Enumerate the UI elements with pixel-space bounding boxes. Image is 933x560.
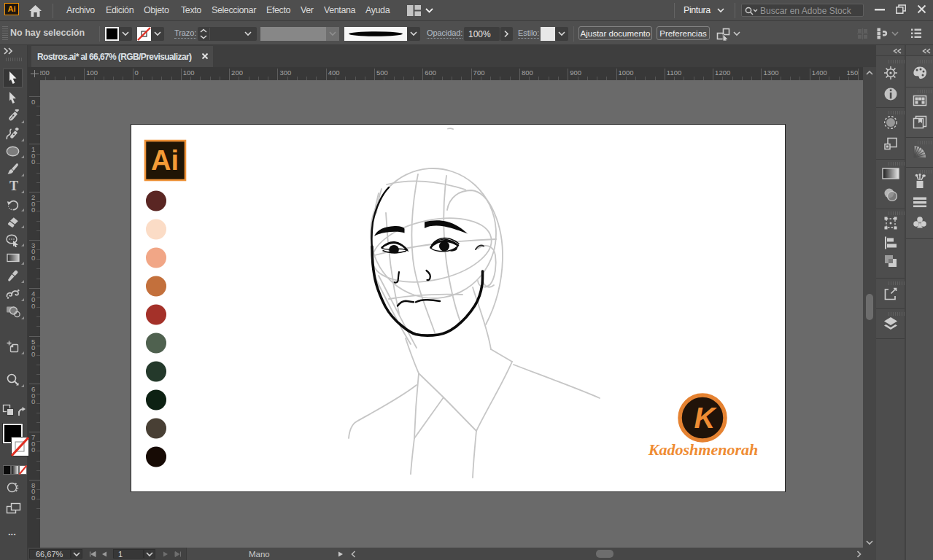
svg-text:Ai: Ai [151,145,179,176]
svg-text:K: K [694,402,718,434]
svg-text:Kadoshmenorah: Kadoshmenorah [648,440,758,459]
